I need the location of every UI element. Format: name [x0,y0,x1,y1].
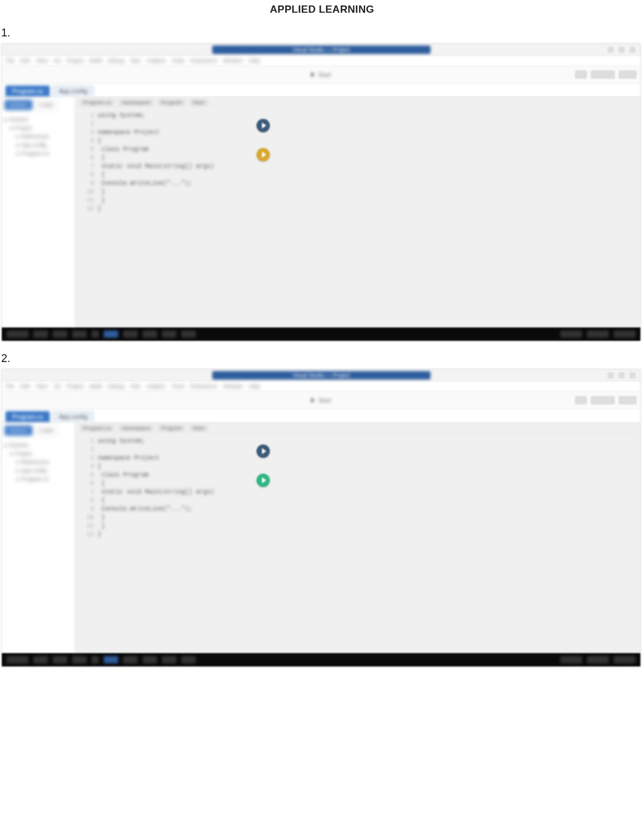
status-segment[interactable] [162,330,176,338]
start-button[interactable]: Start [311,72,331,78]
code-line[interactable]: 5 class Program [83,146,634,154]
breadcrumb-segment[interactable]: Main [189,99,209,106]
maximize-icon[interactable] [619,47,625,53]
status-segment[interactable] [181,656,196,663]
breadcrumb-segment[interactable]: Main [189,424,209,432]
tree-item[interactable]: ▸ Project [4,449,72,458]
breadcrumb-segment[interactable]: Program [158,99,186,106]
toolbar-pill[interactable] [619,396,637,404]
menu-item[interactable]: Git [53,58,61,64]
menu-item[interactable]: Extensions [190,58,217,64]
breadcrumb[interactable]: Program.csnamespaceProgramMain [75,97,640,108]
menu-item[interactable]: File [5,383,15,389]
minimize-icon[interactable] [608,372,614,378]
menu-item[interactable]: View [36,383,47,389]
code-line[interactable]: 12} [83,205,634,213]
status-segment[interactable] [33,656,48,663]
toolbar-pill[interactable] [619,70,637,79]
minimize-icon[interactable] [608,47,614,53]
status-segment[interactable] [7,330,29,338]
status-segment[interactable] [53,656,67,663]
editor-tab[interactable]: Program.cs [5,86,50,96]
code-line[interactable]: 4{ [83,463,634,471]
menu-item[interactable]: Debug [108,58,124,64]
breadcrumb-segment[interactable]: Program [158,424,186,432]
close-icon[interactable] [629,47,636,53]
status-segment[interactable] [7,656,29,663]
code-line[interactable]: 8 { [83,497,634,505]
run-gutter-icon[interactable] [257,474,270,487]
status-segment[interactable] [181,330,196,338]
menu-item[interactable]: Help [249,58,260,64]
code-line[interactable]: 8 { [83,171,634,179]
menu-item[interactable]: Project [67,58,84,64]
close-icon[interactable] [629,372,636,378]
code-editor[interactable]: Program.csnamespaceProgramMain1using Sys… [75,423,640,653]
status-segment[interactable] [92,330,99,338]
status-segment[interactable] [123,330,138,338]
tree-item[interactable]: ▸ Program.cs [4,475,72,483]
breadcrumb-segment[interactable]: namespace [118,99,154,106]
breadcrumb-segment[interactable]: Program.cs [79,424,115,432]
toolbar-pill[interactable] [591,396,615,404]
code-line[interactable]: 12} [83,531,634,539]
toolbar-pill[interactable] [575,396,587,404]
solution-tree[interactable]: ▸ Solution▸ Project▸ References▸ App.con… [4,441,72,483]
status-segment[interactable] [123,656,138,663]
menu-item[interactable]: View [36,58,47,64]
tree-item[interactable]: ▸ Project [4,124,72,132]
side-panel-tab[interactable]: Folder [35,425,59,436]
menu-item[interactable]: Test [130,383,140,389]
side-panel-tab[interactable]: Solution [4,425,33,436]
menu-item[interactable]: Build [90,58,102,64]
menu-item[interactable]: Debug [108,383,124,389]
code-line[interactable]: 10 } [83,188,634,196]
breadcrumb-segment[interactable]: Program.cs [79,99,115,106]
code-line[interactable]: 6 { [83,154,634,163]
code-line[interactable]: 9 Console.WriteLine("..."); [83,179,634,188]
menu-item[interactable]: Edit [21,383,30,389]
menu-item[interactable]: Tools [172,58,184,64]
code-line[interactable]: 2 [83,120,634,129]
menu-item[interactable]: Analyze [146,58,166,64]
editor-content[interactable]: 1using System;23namespace Project4{5 cla… [75,434,640,543]
code-line[interactable]: 11 } [83,522,634,531]
tree-item[interactable]: ▸ Program.cs [4,149,72,158]
status-segment[interactable] [92,656,99,663]
tree-item[interactable]: ▸ Solution [4,115,72,124]
solution-explorer[interactable]: SolutionFolder▸ Solution▸ Project▸ Refer… [2,97,75,327]
editor-tab[interactable]: App.config [52,86,94,96]
status-segment[interactable] [72,656,87,663]
code-line[interactable]: 1using System; [83,437,634,446]
run-gutter-icon[interactable] [257,148,270,161]
menu-item[interactable]: Tools [172,383,184,389]
menu-item[interactable]: Window [223,58,243,64]
code-line[interactable]: 4{ [83,137,634,146]
side-panel-tab[interactable]: Solution [4,99,33,110]
toolbar-pill[interactable] [591,70,615,79]
solution-explorer[interactable]: SolutionFolder▸ Solution▸ Project▸ Refer… [2,423,75,653]
toolbar-pill[interactable] [575,70,587,79]
editor-content[interactable]: 1using System;23namespace Project4{5 cla… [75,108,640,217]
status-segment[interactable] [104,656,118,663]
menu-bar[interactable]: FileEditViewGitProjectBuildDebugTestAnal… [2,381,640,391]
menu-item[interactable]: Extensions [190,383,217,389]
start-button[interactable]: Start [311,397,331,404]
tree-item[interactable]: ▸ References [4,458,72,466]
side-panel-tab[interactable]: Folder [35,99,59,110]
tree-item[interactable]: ▸ App.config [4,141,72,149]
code-line[interactable]: 2 [83,446,634,454]
status-segment[interactable] [162,656,176,663]
tree-item[interactable]: ▸ App.config [4,466,72,475]
maximize-icon[interactable] [619,372,625,378]
menu-item[interactable]: Help [249,383,260,389]
code-line[interactable]: 6 { [83,480,634,488]
breadcrumb-segment[interactable]: namespace [118,424,154,432]
menu-bar[interactable]: FileEditViewGitProjectBuildDebugTestAnal… [2,56,640,65]
status-segment[interactable] [72,330,87,338]
code-line[interactable]: 1using System; [83,112,634,120]
menu-item[interactable]: Git [53,383,61,389]
run-gutter-icon[interactable] [257,119,270,132]
code-line[interactable]: 5 class Program [83,471,634,480]
tree-item[interactable]: ▸ Solution [4,441,72,449]
